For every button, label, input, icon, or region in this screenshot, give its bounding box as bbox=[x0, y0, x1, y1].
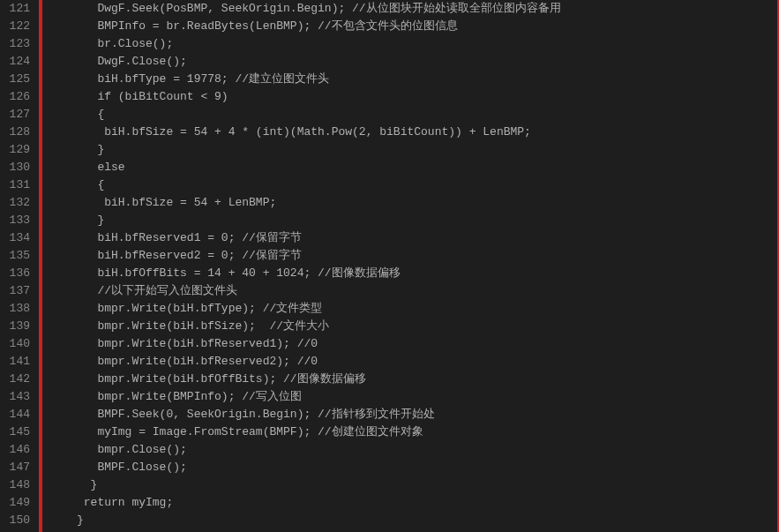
line-number: 124 bbox=[4, 53, 30, 71]
line-number: 127 bbox=[4, 106, 30, 124]
code-editor: 1211221231241251261271281291301311321331… bbox=[0, 0, 779, 532]
code-line[interactable]: { bbox=[42, 106, 777, 124]
code-line[interactable]: myImg = Image.FromStream(BMPF); //创建位图文件… bbox=[42, 423, 777, 441]
line-number: 144 bbox=[4, 406, 30, 423]
code-line[interactable]: biH.bfSize = 54 + LenBMP; bbox=[42, 194, 777, 212]
line-number: 145 bbox=[4, 423, 30, 441]
line-number: 148 bbox=[4, 476, 30, 494]
code-line[interactable]: bmpr.Write(biH.bfOffBits); //图像数据偏移 bbox=[42, 371, 777, 388]
line-number: 147 bbox=[4, 459, 30, 476]
line-number: 146 bbox=[4, 441, 30, 459]
code-line[interactable]: } bbox=[42, 512, 777, 529]
line-number: 149 bbox=[4, 494, 30, 512]
line-number: 135 bbox=[4, 247, 30, 265]
line-number: 143 bbox=[4, 388, 30, 406]
code-line[interactable]: return myImg; bbox=[42, 494, 777, 512]
line-number: 129 bbox=[4, 141, 30, 159]
code-line[interactable]: bmpr.Write(biH.bfType); //文件类型 bbox=[42, 300, 777, 318]
line-number: 138 bbox=[4, 300, 30, 318]
code-line[interactable]: BMPInfo = br.ReadBytes(LenBMP); //不包含文件头… bbox=[42, 18, 777, 35]
line-number: 141 bbox=[4, 353, 30, 371]
code-line[interactable]: biH.bfType = 19778; //建立位图文件头 bbox=[42, 71, 777, 88]
code-line[interactable]: BMPF.Close(); bbox=[42, 459, 777, 476]
code-content[interactable]: DwgF.Seek(PosBMP, SeekOrigin.Begin); //从… bbox=[42, 0, 779, 532]
line-number: 137 bbox=[4, 282, 30, 300]
code-line[interactable]: } bbox=[42, 476, 777, 494]
code-line[interactable]: else bbox=[42, 159, 777, 176]
line-number: 125 bbox=[4, 71, 30, 88]
line-number: 122 bbox=[4, 18, 30, 35]
code-line[interactable]: biH.bfSize = 54 + 4 * (int)(Math.Pow(2, … bbox=[42, 124, 777, 141]
code-line[interactable]: br.Close(); bbox=[42, 35, 777, 53]
code-line[interactable]: BMPF.Seek(0, SeekOrigin.Begin); //指针移到文件… bbox=[42, 406, 777, 423]
code-line[interactable]: bmpr.Write(BMPInfo); //写入位图 bbox=[42, 388, 777, 406]
code-line[interactable]: biH.bfReserved2 = 0; //保留字节 bbox=[42, 247, 777, 265]
line-number: 123 bbox=[4, 35, 30, 53]
code-line[interactable]: bmpr.Write(biH.bfReserved2); //0 bbox=[42, 353, 777, 371]
line-number: 134 bbox=[4, 229, 30, 247]
code-line[interactable]: } bbox=[42, 212, 777, 229]
line-number-gutter: 1211221231241251261271281291301311321331… bbox=[0, 0, 39, 532]
code-line[interactable]: { bbox=[42, 176, 777, 194]
line-number: 131 bbox=[4, 176, 30, 194]
code-line[interactable]: bmpr.Close(); bbox=[42, 441, 777, 459]
line-number: 133 bbox=[4, 212, 30, 229]
line-number: 150 bbox=[4, 512, 30, 529]
line-number: 121 bbox=[4, 0, 30, 18]
code-line[interactable]: DwgF.Close(); bbox=[42, 53, 777, 71]
code-line[interactable]: bmpr.Write(biH.bfSize); //文件大小 bbox=[42, 318, 777, 335]
code-line[interactable]: if (biBitCount < 9) bbox=[42, 88, 777, 106]
code-line[interactable]: //以下开始写入位图文件头 bbox=[42, 282, 777, 300]
code-line[interactable]: DwgF.Seek(PosBMP, SeekOrigin.Begin); //从… bbox=[42, 0, 777, 18]
line-number: 130 bbox=[4, 159, 30, 176]
code-line[interactable]: bmpr.Write(biH.bfReserved1); //0 bbox=[42, 335, 777, 353]
code-line[interactable]: biH.bfOffBits = 14 + 40 + 1024; //图像数据偏移 bbox=[42, 265, 777, 282]
line-number: 139 bbox=[4, 318, 30, 335]
line-number: 128 bbox=[4, 124, 30, 141]
line-number: 136 bbox=[4, 265, 30, 282]
line-number: 132 bbox=[4, 194, 30, 212]
line-number: 126 bbox=[4, 88, 30, 106]
code-line[interactable]: } bbox=[42, 141, 777, 159]
line-number: 142 bbox=[4, 371, 30, 388]
code-line[interactable]: biH.bfReserved1 = 0; //保留字节 bbox=[42, 229, 777, 247]
line-number: 140 bbox=[4, 335, 30, 353]
